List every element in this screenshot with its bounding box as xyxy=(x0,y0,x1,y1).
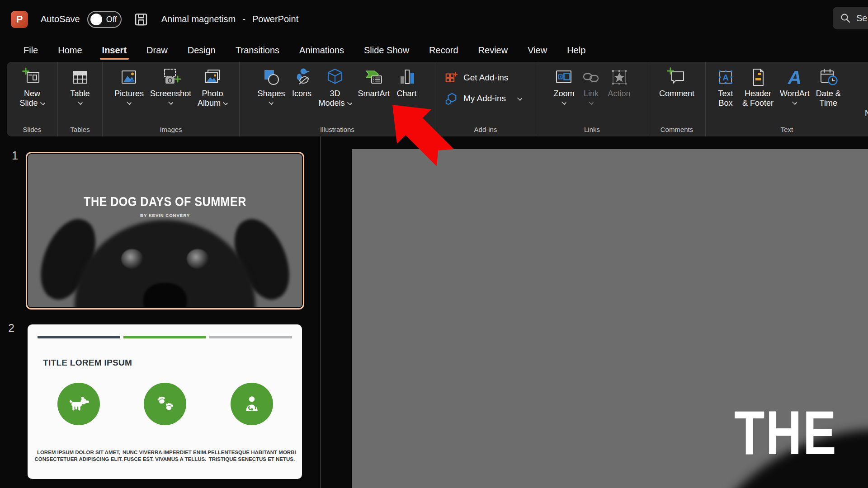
chart-icon xyxy=(396,66,417,89)
tab-home[interactable]: Home xyxy=(48,38,92,62)
chevron-down-icon xyxy=(40,100,45,105)
ribbon-tab-row: File Home Insert Draw Design Transitions… xyxy=(0,38,868,62)
tab-slide-show[interactable]: Slide Show xyxy=(354,38,419,62)
document-name: Animal magnetism xyxy=(161,14,236,24)
slide-2-caption-2: NUNC VIVERRA IMPERDIET ENIM. FUSCE EST. … xyxy=(115,449,215,463)
chevron-down-icon xyxy=(269,99,274,104)
pictures-button[interactable]: Pictures xyxy=(111,66,147,107)
group-add-ins: Get Add-ins My Add-ins Add-ins xyxy=(435,62,536,136)
3d-cube-icon xyxy=(325,66,345,89)
ribbon: New Slide Slides Table Tables xyxy=(7,62,868,136)
group-illustrations: Shapes Icons xyxy=(240,62,435,136)
get-add-ins-icon xyxy=(444,71,458,84)
icons-button[interactable]: Icons xyxy=(288,66,316,99)
chevron-down-icon xyxy=(561,99,566,104)
chevron-down-icon xyxy=(127,99,132,104)
chevron-down-icon xyxy=(792,99,797,104)
title-dash: - xyxy=(242,14,245,24)
text-box-button[interactable]: A Text Box xyxy=(712,66,739,108)
tab-view[interactable]: View xyxy=(518,38,557,62)
chevron-down-icon xyxy=(168,99,173,104)
shapes-icon xyxy=(261,66,282,89)
slide-1-subtitle: BY KEVIN CONVERY xyxy=(28,213,302,218)
chevron-down-icon xyxy=(589,99,594,104)
chevron-down-icon xyxy=(77,99,82,104)
dog-icon xyxy=(67,395,90,413)
search-box[interactable]: Se xyxy=(833,7,868,29)
icons-duck-icon xyxy=(292,66,312,89)
search-placeholder: Se xyxy=(856,13,867,23)
my-add-ins-icon xyxy=(444,92,458,105)
comment-icon xyxy=(666,66,687,89)
window-title: Animal magnetism - PowerPoint xyxy=(161,14,298,24)
powerpoint-logo-icon[interactable]: P xyxy=(11,11,28,28)
pictures-icon xyxy=(118,66,139,89)
slide-title-partial-text: THE xyxy=(734,397,837,469)
group-label-add-ins: Add-ins xyxy=(435,126,536,133)
slide-2-caption-1: LOREM IPSUM DOLOR SIT AMET, CONSECTETUER… xyxy=(29,449,128,463)
search-icon xyxy=(840,13,851,23)
svg-text:A: A xyxy=(788,67,802,88)
tab-file[interactable]: File xyxy=(14,38,48,62)
new-slide-button[interactable]: New Slide xyxy=(16,66,47,108)
green-circle-paws xyxy=(144,383,186,425)
my-add-ins-button[interactable]: My Add-ins xyxy=(444,92,536,105)
group-label-text: Text xyxy=(706,126,868,133)
slide-1-thumbnail[interactable]: THE DOG DAYS OF SUMMER BY KEVIN CONVERY xyxy=(26,152,304,310)
chevron-down-icon xyxy=(223,100,228,105)
photo-album-button[interactable]: Photo Album xyxy=(194,66,231,108)
link-icon xyxy=(580,66,601,89)
slide-2-thumbnail[interactable]: TITLE LOREM IPSUM xyxy=(28,324,302,479)
smartart-button[interactable]: SmartArt xyxy=(355,66,393,99)
chart-button[interactable]: Chart xyxy=(393,66,420,99)
table-button[interactable]: Table xyxy=(66,66,94,107)
wordart-button[interactable]: A WordArt xyxy=(777,66,813,107)
app-name: PowerPoint xyxy=(252,14,298,24)
header-footer-button[interactable]: Header & Footer xyxy=(739,66,777,108)
tab-record[interactable]: Record xyxy=(419,38,468,62)
tab-insert[interactable]: Insert xyxy=(92,38,137,62)
active-tab-underline xyxy=(100,58,129,60)
slide-1-title: THE DOG DAYS OF SUMMER xyxy=(50,194,280,209)
tab-animations[interactable]: Animations xyxy=(289,38,354,62)
chevron-down-icon xyxy=(347,100,352,105)
slide-2-title: TITLE LOREM IPSUM xyxy=(43,358,132,368)
group-tables: Table Tables xyxy=(58,62,103,136)
date-time-button[interactable]: Date & Time xyxy=(813,66,844,108)
pane-splitter[interactable] xyxy=(320,136,321,488)
group-label-links: Links xyxy=(536,126,648,133)
slide-2-number: 2 xyxy=(8,322,14,335)
slide-editing-canvas[interactable]: THE xyxy=(352,149,868,488)
get-add-ins-button[interactable]: Get Add-ins xyxy=(444,71,536,84)
3d-models-button[interactable]: 3D Models xyxy=(316,66,355,108)
autosave-toggle[interactable]: Off xyxy=(87,11,122,28)
screenshot-icon xyxy=(160,66,181,89)
save-button[interactable] xyxy=(134,13,148,26)
tab-review[interactable]: Review xyxy=(468,38,518,62)
bar-dark xyxy=(38,336,120,338)
slide-2-progress-bars xyxy=(38,336,292,338)
tab-help[interactable]: Help xyxy=(557,38,595,62)
table-icon xyxy=(70,66,90,89)
toggle-knob xyxy=(90,14,102,25)
shapes-button[interactable]: Shapes xyxy=(254,66,288,107)
tab-transitions[interactable]: Transitions xyxy=(226,38,289,62)
date-time-icon xyxy=(818,66,839,89)
veterinarian-icon xyxy=(241,394,263,414)
bar-green xyxy=(123,336,206,338)
tab-design[interactable]: Design xyxy=(178,38,226,62)
tab-draw[interactable]: Draw xyxy=(137,38,178,62)
zoom-button[interactable]: Zoom xyxy=(550,66,577,107)
paw-prints-icon xyxy=(154,394,176,414)
autosave-label: AutoSave xyxy=(41,14,80,24)
comment-button[interactable]: Comment xyxy=(656,66,698,99)
action-star-icon xyxy=(609,66,630,89)
zoom-icon xyxy=(553,66,574,89)
screenshot-button[interactable]: Screenshot xyxy=(147,66,194,107)
slide-2-caption-3: PELLENTESQUE HABITANT MORBI TRISTIQUE SE… xyxy=(202,449,302,463)
wordart-icon: A xyxy=(784,66,805,89)
clipped-button-label[interactable]: N xyxy=(865,109,868,118)
title-bar: P AutoSave Off Animal magnetism - PowerP… xyxy=(0,0,868,38)
group-text: A Text Box Header & Footer xyxy=(706,62,868,136)
slide-1-number: 1 xyxy=(12,149,18,162)
